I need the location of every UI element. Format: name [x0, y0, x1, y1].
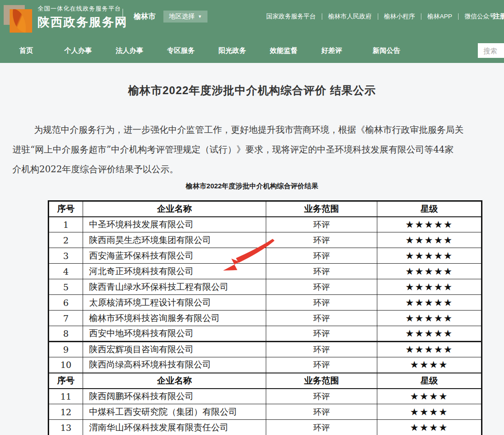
cell-company-name: 西安海蓝环保科技有限公司	[83, 248, 266, 264]
cell-company-name: 陕西尚绿高科环境科技有限公司	[83, 357, 266, 373]
region-selector-button[interactable]: 地区选择 ▼	[163, 11, 207, 23]
region-selector-label: 地区选择	[169, 12, 195, 21]
column-header: 业务范围	[266, 373, 377, 389]
cell-business-scope: 环评	[266, 342, 377, 357]
nav-item[interactable]: 法人办事	[116, 46, 143, 55]
nav-item[interactable]: 阳光政务	[218, 46, 246, 55]
cell-star-rating: ★★★★★	[377, 264, 482, 279]
cell-business-scope: 环评	[266, 295, 377, 311]
column-header: 业务范围	[266, 201, 377, 217]
cell-business-scope: 环评	[266, 311, 377, 326]
nav-item[interactable]: 好差评	[321, 46, 342, 55]
paragraph-line: 介机构2022年度综合评价结果予以公示。	[12, 159, 504, 179]
cell-star-rating: ★★★★★	[377, 217, 482, 232]
cell-star-rating: ★★★★	[377, 404, 482, 420]
table-header-row: 序号企业名称业务范围星级	[49, 373, 482, 389]
table-row: 9陕西宏辉项目咨询有限公司环评★★★★★	[49, 342, 482, 357]
cell-serial: 10	[49, 357, 83, 373]
cell-company-name: 陕西青山绿水环保科技工程有限公司	[83, 279, 266, 295]
column-header: 星级	[377, 373, 482, 389]
cell-business-scope: 环评	[266, 420, 377, 435]
cell-business-scope: 环评	[266, 357, 377, 373]
cell-company-name: 陕西宏辉项目咨询有限公司	[83, 342, 266, 357]
column-header: 企业名称	[83, 373, 266, 389]
cell-business-scope: 环评	[266, 264, 377, 279]
header-quick-links: 国家政务服务平台榆林市人民政府榆林小程序榆林APP微信公众号	[260, 12, 502, 21]
search-box[interactable]	[478, 43, 504, 58]
header-link[interactable]: 榆林市人民政府	[322, 12, 378, 21]
site-header: 全国一体化在线政务服务平台 陕西政务服务网 榆林市 地区选择 ▼ 国家政务服务平…	[0, 0, 504, 39]
register-link[interactable]: 注册	[493, 12, 504, 21]
nav-item[interactable]: 专区服务	[167, 46, 195, 55]
table-row: 3西安海蓝环保科技有限公司环评★★★★★	[49, 248, 482, 264]
table-row: 8西安中地环境科技有限公司环评★★★★★	[49, 326, 482, 342]
paragraph-line: 进驻“网上中介服务超市”中介机构考评管理规定（试行）》要求，现将评定的中圣环境科…	[12, 140, 504, 159]
column-header: 星级	[377, 201, 482, 217]
cell-star-rating: ★★★★★	[377, 342, 482, 357]
current-city-label: 榆林市	[134, 12, 156, 22]
table-row: 13渭南华山环保科技发展有限责任公司环评★★★★	[49, 420, 482, 435]
table-row: 6太原核清环境工程设计有限公司环评★★★★★	[49, 295, 482, 311]
search-input[interactable]	[478, 43, 504, 58]
cell-company-name: 中煤科工西安研究院（集团）有限公司	[83, 404, 266, 420]
header-link[interactable]: 榆林APP	[421, 12, 458, 21]
table-caption: 榆林市2022年度涉批中介机构综合评价结果	[0, 182, 504, 191]
cell-serial: 5	[49, 279, 83, 295]
table-row: 2陕西雨昊生态环境集团有限公司环评★★★★★	[49, 232, 482, 248]
logo-leaf-icon	[10, 9, 28, 33]
page: { "brand": { "platform_line": "全国一体化在线政务…	[0, 0, 504, 435]
nav-item[interactable]: 效能监督	[270, 46, 297, 55]
cell-serial: 6	[49, 295, 83, 311]
column-header: 序号	[49, 201, 83, 217]
cell-serial: 3	[49, 248, 83, 264]
cell-serial: 13	[49, 420, 83, 435]
table-row: 7榆林市环境科技咨询服务有限公司环评★★★★★	[49, 311, 482, 326]
table-header-row: 序号企业名称业务范围星级	[49, 201, 482, 217]
cell-business-scope: 环评	[266, 248, 377, 264]
main-nav-list: 首页个人办事法人办事专区服务阳光政务效能监督好差评新闻公告	[0, 39, 504, 63]
table-row: 10陕西尚绿高科环境科技有限公司环评★★★★	[49, 357, 482, 373]
logo-front-square	[10, 9, 32, 33]
cell-company-name: 榆林市环境科技咨询服务有限公司	[83, 311, 266, 326]
cell-star-rating: ★★★★★	[377, 295, 482, 311]
cell-star-rating: ★★★★	[377, 420, 482, 435]
nav-item[interactable]: 新闻公告	[373, 46, 400, 55]
cell-company-name: 西安中地环境科技有限公司	[83, 326, 266, 342]
evaluation-table: 序号企业名称业务范围星级1中圣环境科技发展有限公司环评★★★★★2陕西雨昊生态环…	[48, 200, 482, 435]
cell-company-name: 太原核清环境工程设计有限公司	[83, 295, 266, 311]
cell-star-rating: ★★★★★	[377, 232, 482, 248]
cell-company-name: 陕西雨昊生态环境集团有限公司	[83, 232, 266, 248]
evaluation-table-body: 序号企业名称业务范围星级1中圣环境科技发展有限公司环评★★★★★2陕西雨昊生态环…	[49, 201, 482, 435]
cell-serial: 2	[49, 232, 83, 248]
chevron-down-icon: ▼	[198, 15, 202, 19]
site-logo[interactable]	[4, 4, 32, 33]
platform-tagline: 全国一体化在线政务服务平台	[38, 5, 128, 13]
cell-company-name: 河北奇正环境科技有限公司	[83, 264, 266, 279]
table-row: 11陕西阔鹏环保科技有限公司环评★★★★	[49, 389, 482, 404]
cell-business-scope: 环评	[266, 389, 377, 404]
page-title: 榆林市2022年度涉批中介机构综合评价 结果公示	[0, 83, 504, 98]
cell-business-scope: 环评	[266, 232, 377, 248]
header-link[interactable]: 国家政务服务平台	[260, 12, 322, 21]
cell-star-rating: ★★★★	[377, 357, 482, 373]
nav-item[interactable]: 首页	[19, 46, 33, 55]
brand-text: 全国一体化在线政务服务平台 陕西政务服务网	[38, 5, 128, 30]
table-row: 4河北奇正环境科技有限公司环评★★★★★	[49, 264, 482, 279]
cell-serial: 9	[49, 342, 83, 357]
column-header: 企业名称	[83, 201, 266, 217]
cell-business-scope: 环评	[266, 326, 377, 342]
cell-star-rating: ★★★★	[377, 389, 482, 404]
column-header: 序号	[49, 373, 83, 389]
cell-business-scope: 环评	[266, 404, 377, 420]
cell-star-rating: ★★★★★	[377, 326, 482, 342]
site-name: 陕西政务服务网	[38, 14, 128, 30]
cell-serial: 7	[49, 311, 83, 326]
header-link[interactable]: 榆林小程序	[378, 12, 421, 21]
announcement-document: 榆林市2022年度涉批中介机构综合评价 结果公示 为规范中介服务行为，进一步强化…	[0, 63, 504, 435]
table-row: 5陕西青山绿水环保科技工程有限公司环评★★★★★	[49, 279, 482, 295]
cell-star-rating: ★★★★★	[377, 311, 482, 326]
cell-company-name: 中圣环境科技发展有限公司	[83, 217, 266, 232]
cell-star-rating: ★★★★★	[377, 279, 482, 295]
nav-item[interactable]: 个人办事	[64, 46, 92, 55]
cell-serial: 1	[49, 217, 83, 232]
